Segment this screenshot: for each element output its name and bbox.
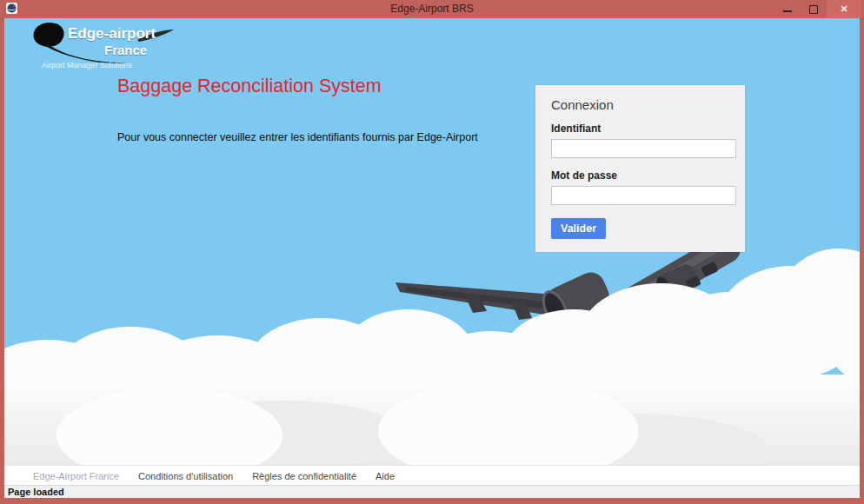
footer-link-conditions[interactable]: Conditions d'utilisation [138,471,233,481]
page-background: Edge-airport France Airport Manager Solu… [4,18,860,498]
login-panel-title: Connexion [551,97,729,112]
password-input[interactable] [551,186,736,205]
valider-button[interactable]: Valider [551,218,606,239]
password-label: Mot de passe [551,169,729,182]
footer: Edge-Airport France Conditions d'utilisa… [4,465,860,486]
footer-link-confidentialite[interactable]: Règles de confidentialité [252,471,356,481]
minimize-button[interactable] [774,0,801,18]
logo-tagline: Airport Manager Solutions [42,61,132,70]
footer-brand-label: Edge-Airport France [33,471,119,481]
page-title: Baggage Reconciliation System [117,76,382,97]
login-instruction-text: Pour vous connecter veuillez entrer les … [117,131,478,143]
close-button[interactable]: ✕ [827,0,861,18]
logo-name-line2: France [104,43,147,57]
identifiant-label: Identifiant [551,123,729,135]
window-titlebar: Edge-Airport BRS ✕ [0,0,864,19]
window-title: Edge-Airport BRS [0,0,864,18]
identifiant-input[interactable] [551,139,736,158]
footer-link-aide[interactable]: Aide [376,471,395,481]
logo-name-line1: Edge-airport [68,25,156,43]
status-bar: Page loaded [4,485,860,498]
window-controls: ✕ [774,0,861,18]
maximize-button[interactable] [801,0,827,18]
clouds-and-plane-scene [4,227,860,465]
edge-airport-logo: Edge-airport France Airport Manager Solu… [26,20,200,74]
minimize-icon [783,10,792,12]
close-icon: ✕ [827,0,861,18]
status-text: Page loaded [4,486,860,498]
maximize-icon [809,5,818,14]
login-panel: Connexion Identifiant Mot de passe Valid… [535,85,745,252]
